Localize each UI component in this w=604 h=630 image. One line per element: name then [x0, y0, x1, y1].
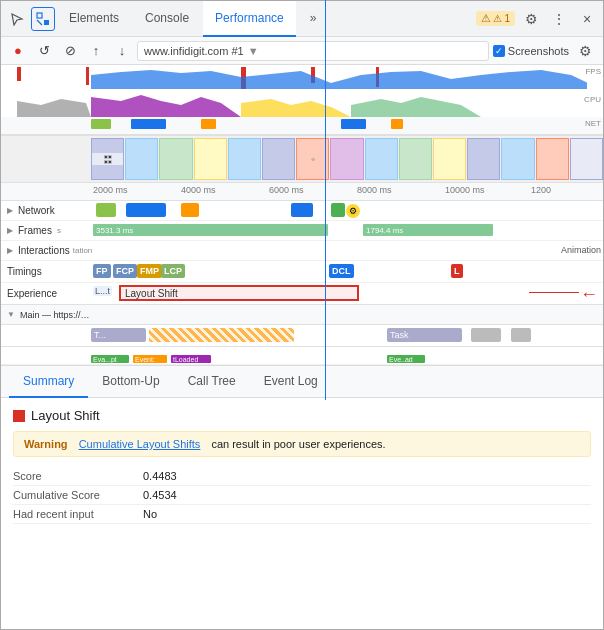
tasks-row: T... Task	[1, 325, 603, 347]
main-label-text: Main — https://www.infidigit.com/	[20, 310, 91, 320]
interactions-label-text: Interactions	[18, 245, 70, 256]
network-content: ⚙	[91, 201, 603, 220]
screenshots-toggle[interactable]: ✓ Screenshots	[493, 45, 569, 57]
tab-more[interactable]: »	[298, 1, 329, 37]
timing-fcp: FCP	[113, 264, 137, 278]
timeline-chart: FPS CPU NET	[1, 65, 603, 135]
svg-rect-1	[44, 20, 49, 25]
frames-bar-1: 3531.3 ms	[93, 224, 328, 236]
subtask-bar-3: tLoaded	[171, 355, 211, 363]
task-bar-1: T...	[91, 328, 146, 342]
tab-bottom-up[interactable]: Bottom-Up	[88, 366, 173, 398]
score-row: Score 0.4483	[13, 467, 591, 486]
timings-track-row: Timings FP FCP FMP LCP DCL L	[1, 261, 603, 283]
tab-summary[interactable]: Summary	[9, 366, 88, 398]
tab-elements[interactable]: Elements	[57, 1, 131, 37]
frames-label[interactable]: ▶ Frames s	[1, 225, 91, 236]
task-bar-2	[149, 328, 294, 342]
interactions-content: Animation	[91, 241, 603, 260]
detail-panel: Layout Shift Warning Cumulative Layout S…	[1, 398, 603, 534]
cumulative-layout-shifts-link[interactable]: Cumulative Layout Shifts	[79, 438, 201, 450]
inspect-icon[interactable]	[31, 7, 55, 31]
timings-label: Timings	[1, 266, 91, 277]
frames-content: 3531.3 ms 1794.4 ms	[91, 221, 603, 240]
net-bar	[126, 203, 166, 217]
timing-dcl: DCL	[329, 264, 354, 278]
interactions-track-row: ▶ Interactions tation Animation	[1, 241, 603, 261]
animation-label: Animation	[561, 245, 601, 255]
layout-shift-box[interactable]: Layout Shift	[119, 285, 359, 301]
timeline-ruler: 2000 ms 4000 ms 6000 ms 8000 ms 10000 ms…	[1, 183, 603, 201]
tab-performance[interactable]: Performance	[203, 1, 296, 37]
cumulative-score-row: Cumulative Score 0.4534	[13, 486, 591, 505]
arrow-line	[529, 292, 579, 293]
frames-bar-2: 1794.4 ms	[363, 224, 493, 236]
network-track-row: ▶ Network ⚙	[1, 201, 603, 221]
warning-icon: ⚠	[481, 12, 491, 25]
frames-label-text: Frames	[18, 225, 52, 236]
net-bar	[291, 203, 313, 217]
subtask-bar-2: Event:	[133, 355, 167, 363]
task-bar-4	[471, 328, 501, 342]
record-button[interactable]: ●	[7, 40, 29, 62]
svg-line-2	[37, 20, 42, 25]
screenshot-settings-icon[interactable]: ⚙	[573, 39, 597, 63]
more-icon[interactable]: ⋮	[547, 7, 571, 31]
reload-button[interactable]: ↺	[33, 40, 55, 62]
warning-box: Warning Cumulative Layout Shifts can res…	[13, 431, 591, 457]
cursor-icon[interactable]	[5, 7, 29, 31]
warning-suffix-text	[204, 438, 207, 450]
screenshots-checkbox[interactable]: ✓	[493, 45, 505, 57]
red-arrow-indicator: ←	[580, 284, 598, 305]
detail-title: Layout Shift	[13, 408, 591, 423]
url-display: www.infidigit.com #1 ▼	[137, 41, 489, 61]
bottom-tab-bar: Summary Bottom-Up Call Tree Event Log	[1, 366, 603, 398]
ls-prefix: L...t	[93, 286, 112, 296]
interactions-label[interactable]: ▶ Interactions tation	[1, 245, 91, 256]
warning-badge[interactable]: ⚠ ⚠ 1	[476, 11, 515, 26]
settings-icon[interactable]: ⚙	[519, 7, 543, 31]
timings-label-text: Timings	[7, 266, 42, 277]
timeline-tracks: 2000 ms 4000 ms 6000 ms 8000 ms 10000 ms…	[1, 183, 603, 366]
tab-console[interactable]: Console	[133, 1, 201, 37]
network-label[interactable]: ▶ Network	[1, 205, 91, 216]
tab-event-log[interactable]: Event Log	[250, 366, 332, 398]
net-bar	[181, 203, 199, 217]
experience-label-text: Experience	[7, 288, 57, 299]
net-bar	[96, 203, 116, 217]
main-label: ▼ Main — https://www.infidigit.com/	[1, 310, 91, 320]
main-track-row: ▼ Main — https://www.infidigit.com/	[1, 305, 603, 325]
screenshot-strip: ▣▣▣▣ ⊕	[1, 135, 603, 183]
timing-l: L	[451, 264, 463, 278]
upload-button[interactable]: ↑	[85, 40, 107, 62]
timing-fp: FP	[93, 264, 111, 278]
subtask-bar-4: Eve..ad	[387, 355, 425, 363]
experience-label: Experience	[1, 288, 91, 299]
subtask-bar-1: Eva...pt	[91, 355, 129, 363]
timing-lcp: LCP	[161, 264, 185, 278]
experience-track-row: Experience L...t Layout Shift ←	[1, 283, 603, 305]
task-bar-3: Task	[387, 328, 462, 342]
devtools-toolbar: ● ↺ ⊘ ↑ ↓ www.infidigit.com #1 ▼ ✓ Scree…	[1, 37, 603, 65]
task-bar-5	[511, 328, 531, 342]
net-bar	[331, 203, 345, 217]
tab-call-tree[interactable]: Call Tree	[174, 366, 250, 398]
timing-fmp: FMP	[137, 264, 162, 278]
network-label-text: Network	[18, 205, 55, 216]
subtasks-row: Eva...pt Event: tLoaded Eve..ad	[1, 347, 603, 365]
had-recent-input-row: Had recent input No	[13, 505, 591, 524]
close-icon[interactable]: ×	[575, 7, 599, 31]
svg-rect-0	[37, 13, 42, 18]
top-tab-bar: Elements Console Performance » ⚠ ⚠ 1 ⚙ ⋮…	[1, 1, 603, 37]
download-button[interactable]: ↓	[111, 40, 133, 62]
layout-shift-icon	[13, 410, 25, 422]
clear-button[interactable]: ⊘	[59, 40, 81, 62]
frames-track-row: ▶ Frames s 3531.3 ms 1794.4 ms	[1, 221, 603, 241]
